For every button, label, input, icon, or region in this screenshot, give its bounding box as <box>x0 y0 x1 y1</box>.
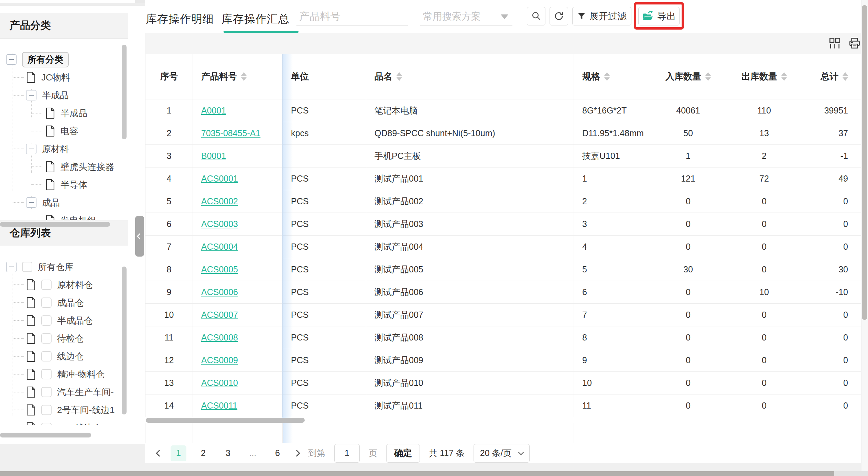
refresh-button[interactable] <box>550 7 568 25</box>
tree-item[interactable]: 待检仓 <box>0 329 128 347</box>
column-settings-icon[interactable] <box>828 37 841 50</box>
checkbox[interactable] <box>41 333 52 344</box>
sort-icon[interactable] <box>705 72 711 81</box>
product-code-link[interactable]: ACS0001 <box>201 174 238 184</box>
page-number-button[interactable]: ... <box>245 445 261 461</box>
prev-page-button[interactable] <box>156 450 163 457</box>
sort-icon[interactable] <box>397 72 402 81</box>
page-number-button[interactable]: 1 <box>171 445 186 461</box>
export-icon <box>642 10 654 22</box>
tree-item[interactable]: 线边仓 <box>0 347 128 365</box>
page-size-select[interactable]: 20 条/页 <box>474 444 530 463</box>
sort-icon[interactable] <box>604 72 610 81</box>
checkbox[interactable] <box>41 315 52 326</box>
tree-item[interactable]: 所有仓库 <box>0 258 128 276</box>
product-tree-horizontal-scrollbar[interactable] <box>0 222 110 227</box>
cell-index: 3 <box>145 145 193 167</box>
product-code-link[interactable]: 7035-08455-A1 <box>201 128 260 138</box>
cell-inbound-qty: 30 <box>650 258 726 281</box>
tree-item[interactable]: 精冲-物料仓 <box>0 365 128 383</box>
product-code-link[interactable]: A0001 <box>201 106 226 116</box>
product-code-link[interactable]: ACS0003 <box>201 219 238 229</box>
product-code-link[interactable]: ACS0011 <box>201 401 237 411</box>
checkbox[interactable] <box>41 387 52 397</box>
file-icon <box>26 404 36 415</box>
warehouse-tree-horizontal-scrollbar[interactable] <box>0 433 91 437</box>
checkbox[interactable] <box>41 280 52 290</box>
column-header[interactable]: 出库数量 <box>726 54 802 99</box>
checkbox[interactable] <box>41 423 52 425</box>
tree-item[interactable]: 发电机组 <box>0 212 128 220</box>
checkbox[interactable] <box>41 369 52 379</box>
tree-item[interactable]: JC物料 <box>0 68 128 86</box>
minus-expander-icon[interactable] <box>6 54 17 65</box>
minus-expander-icon[interactable] <box>26 144 36 154</box>
product-code-link[interactable]: ACS0008 <box>201 333 238 343</box>
tree-item[interactable]: 电容 <box>0 122 128 140</box>
export-button[interactable]: 导出 <box>638 7 680 25</box>
search-icon <box>531 11 541 21</box>
confirm-button[interactable]: 确定 <box>386 444 420 463</box>
checkbox[interactable] <box>41 298 52 308</box>
product-tree-vertical-scrollbar[interactable] <box>122 45 127 139</box>
product-code-link[interactable]: ACS0004 <box>201 242 238 252</box>
tree-item[interactable]: 成品 <box>0 194 128 212</box>
column-header[interactable]: 品名 <box>366 54 574 99</box>
column-header[interactable]: 规格 <box>574 54 650 99</box>
minus-expander-icon[interactable] <box>6 262 17 272</box>
column-header[interactable]: 产品料号 <box>193 54 283 99</box>
product-code-link[interactable]: B0001 <box>201 151 226 161</box>
tree-item[interactable]: 半成品仓 <box>0 312 128 329</box>
product-code-link[interactable]: ACS0002 <box>201 196 238 206</box>
sort-icon[interactable] <box>781 72 787 81</box>
column-header[interactable]: 序号 <box>145 54 193 99</box>
cell-product-name: 测试产品005 <box>366 258 574 281</box>
tree-item[interactable]: 122-线边仓 <box>0 419 128 425</box>
warehouse-tree-vertical-scrollbar[interactable] <box>122 267 127 414</box>
tree-item[interactable]: 半成品 <box>0 104 128 122</box>
checkbox[interactable] <box>22 262 32 272</box>
column-header[interactable]: 入库数量 <box>650 54 726 99</box>
tree-item[interactable]: 原材料仓 <box>0 276 128 294</box>
search-plan-select[interactable]: 常用搜索方案 <box>420 8 512 26</box>
search-button[interactable] <box>527 7 545 25</box>
product-code-link[interactable]: ACS0009 <box>201 355 238 365</box>
page-number-button[interactable]: 2 <box>195 445 211 461</box>
next-page-button[interactable] <box>293 450 300 457</box>
goto-page-input[interactable] <box>334 444 360 463</box>
page-number-button[interactable]: 3 <box>220 445 236 461</box>
tree-item[interactable]: 半成品 <box>0 86 128 104</box>
tree-item-label: 原材料 <box>42 143 69 155</box>
checkbox[interactable] <box>41 405 52 415</box>
tree-item[interactable]: 半导体 <box>0 176 128 194</box>
column-header[interactable]: 总计 <box>802 54 861 99</box>
product-code-input[interactable] <box>296 8 408 26</box>
tree-item[interactable]: 所有分类 <box>0 51 128 68</box>
product-code-link[interactable]: ACS0007 <box>201 310 238 320</box>
cell-total: 0 <box>802 213 861 235</box>
collapse-sidebar-button[interactable] <box>135 216 144 257</box>
sort-icon[interactable] <box>843 72 848 81</box>
cell-unit <box>283 145 366 167</box>
tree-item[interactable]: 原材料 <box>0 140 128 158</box>
page-horizontal-scrollbar-thumb[interactable] <box>0 471 834 476</box>
expand-filter-button[interactable]: 展开过滤 <box>572 7 631 25</box>
tree-item[interactable]: 汽车生产车间- <box>0 383 128 401</box>
product-code-link[interactable]: ACS0006 <box>201 287 238 297</box>
product-code-link[interactable]: ACS0005 <box>201 264 238 274</box>
tree-item[interactable]: 壁虎头连接器 <box>0 158 128 176</box>
tab-inventory-detail[interactable]: 库存操作明细 <box>146 12 214 27</box>
column-header[interactable]: 单位 <box>283 54 366 99</box>
product-code-link[interactable]: ACS0010 <box>201 378 238 388</box>
page-number-button[interactable]: 6 <box>270 445 285 461</box>
printer-icon[interactable] <box>848 37 861 50</box>
tree-item[interactable]: 成品仓 <box>0 294 128 312</box>
table-horizontal-scrollbar[interactable] <box>146 418 305 423</box>
minus-expander-icon[interactable] <box>26 197 36 208</box>
tab-inventory-summary[interactable]: 库存操作汇总 <box>221 12 290 27</box>
sort-icon[interactable] <box>241 72 247 81</box>
page-vertical-scrollbar-thumb[interactable] <box>862 5 867 320</box>
minus-expander-icon[interactable] <box>26 90 36 100</box>
checkbox[interactable] <box>41 351 52 361</box>
tree-item[interactable]: 2号车间-线边1 <box>0 401 128 419</box>
